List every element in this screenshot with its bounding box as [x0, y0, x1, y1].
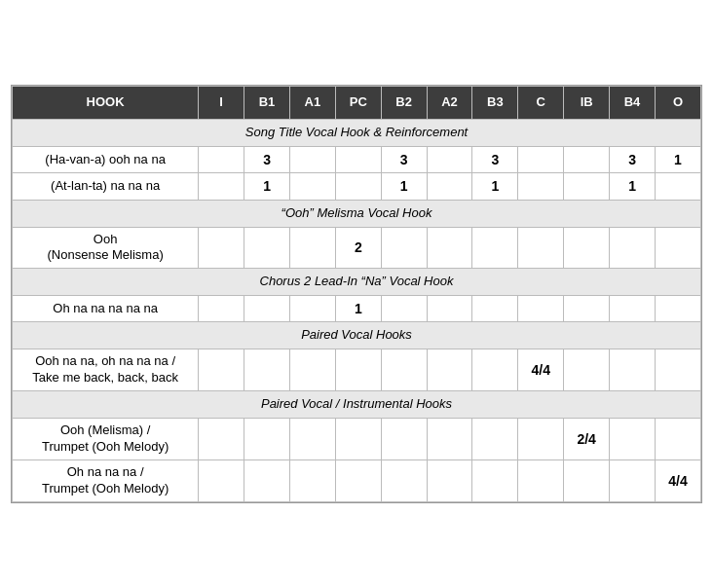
row-label: (At-lan-ta) na na na [13, 173, 199, 200]
cell-b4: 3 [610, 147, 656, 173]
cell-b2 [381, 227, 427, 269]
cell-a2 [427, 147, 472, 173]
section-title-4: Paired Vocal / Instrumental Hooks [13, 391, 701, 419]
header-col-b3: B3 [472, 87, 518, 120]
cell-a1 [289, 147, 335, 173]
cell-ib: 2/4 [564, 418, 610, 459]
cell-a2 [427, 173, 472, 200]
cell-a1 [289, 296, 335, 322]
table-row: Oh na na na na na1 [13, 296, 701, 322]
cell-b4 [610, 296, 656, 322]
cell-i [199, 418, 244, 459]
cell-o [655, 349, 700, 391]
section-title-1: “Ooh” Melisma Vocal Hook [13, 200, 701, 227]
cell-a1 [289, 349, 335, 391]
cell-b2 [381, 296, 427, 322]
cell-b4: 1 [610, 173, 656, 200]
cell-b2 [381, 418, 427, 459]
cell-c: 4/4 [518, 349, 564, 391]
cell-b1: 1 [244, 173, 290, 200]
header-col-pc: PC [335, 87, 381, 120]
cell-o [655, 418, 700, 459]
cell-b4 [610, 418, 656, 459]
cell-b3: 3 [472, 147, 518, 173]
main-table-wrapper: HOOKIB1A1PCB2A2B3CIBB4O Song Title Vocal… [11, 85, 702, 502]
section-header-2: Chorus 2 Lead-In “Na” Vocal Hook [13, 269, 701, 296]
cell-a1 [289, 418, 335, 459]
section-header-3: Paired Vocal Hooks [13, 322, 701, 349]
cell-o: 1 [655, 147, 700, 173]
cell-i [199, 147, 244, 173]
cell-c [518, 147, 564, 173]
table-row: Ooh na na, oh na na na /Take me back, ba… [13, 349, 701, 391]
header-col-i: I [199, 87, 244, 120]
cell-pc: 2 [335, 227, 381, 269]
cell-b4 [610, 459, 656, 501]
cell-a1 [289, 227, 335, 269]
cell-b1 [244, 227, 290, 269]
cell-b1 [244, 296, 290, 322]
section-header-4: Paired Vocal / Instrumental Hooks [13, 391, 701, 419]
section-header-0: Song Title Vocal Hook & Reinforcement [13, 120, 701, 147]
table-row: Ooh (Melisma) /Trumpet (Ooh Melody)2/4 [13, 418, 701, 459]
cell-c [518, 459, 564, 501]
header-col-ib: IB [564, 87, 610, 120]
header-col-b2: B2 [381, 87, 427, 120]
row-label: Ooh na na, oh na na na /Take me back, ba… [13, 349, 199, 391]
cell-ib [564, 459, 610, 501]
cell-a2 [427, 459, 472, 501]
row-label: Ooh(Nonsense Melisma) [13, 227, 199, 269]
cell-i [199, 173, 244, 200]
cell-b2: 1 [381, 173, 427, 200]
cell-b1 [244, 459, 290, 501]
cell-o [655, 296, 700, 322]
cell-a1 [289, 459, 335, 501]
hook-table: HOOKIB1A1PCB2A2B3CIBB4O Song Title Vocal… [12, 86, 701, 501]
cell-b3 [472, 227, 518, 269]
cell-b3 [472, 349, 518, 391]
cell-pc [335, 349, 381, 391]
cell-c [518, 227, 564, 269]
header-col-a2: A2 [427, 87, 472, 120]
cell-pc [335, 418, 381, 459]
table-row: Ooh(Nonsense Melisma)2 [13, 227, 701, 269]
cell-b4 [610, 349, 656, 391]
cell-a2 [427, 227, 472, 269]
cell-o: 4/4 [655, 459, 700, 501]
cell-b1 [244, 349, 290, 391]
cell-ib [564, 147, 610, 173]
cell-o [655, 173, 700, 200]
header-col-o: O [655, 87, 700, 120]
cell-pc [335, 147, 381, 173]
cell-a2 [427, 349, 472, 391]
header-row: HOOKIB1A1PCB2A2B3CIBB4O [13, 87, 701, 120]
header-col-b4: B4 [610, 87, 656, 120]
table-row: Oh na na na /Trumpet (Ooh Melody)4/4 [13, 459, 701, 501]
cell-b1 [244, 418, 290, 459]
cell-pc: 1 [335, 296, 381, 322]
header-col-b1: B1 [244, 87, 290, 120]
cell-i [199, 349, 244, 391]
cell-pc [335, 459, 381, 501]
cell-c [518, 173, 564, 200]
section-title-0: Song Title Vocal Hook & Reinforcement [13, 120, 701, 147]
section-header-1: “Ooh” Melisma Vocal Hook [13, 200, 701, 227]
cell-a2 [427, 418, 472, 459]
cell-c [518, 296, 564, 322]
cell-b3 [472, 418, 518, 459]
cell-b3 [472, 459, 518, 501]
header-col-c: C [518, 87, 564, 120]
cell-i [199, 296, 244, 322]
cell-b2 [381, 459, 427, 501]
cell-b2: 3 [381, 147, 427, 173]
table-row: (At-lan-ta) na na na1111 [13, 173, 701, 200]
cell-c [518, 418, 564, 459]
cell-ib [564, 227, 610, 269]
cell-i [199, 459, 244, 501]
row-label: (Ha-van-a) ooh na na [13, 147, 199, 173]
table-row: (Ha-van-a) ooh na na33331 [13, 147, 701, 173]
header-col-hook: HOOK [13, 87, 199, 120]
cell-ib [564, 349, 610, 391]
section-title-2: Chorus 2 Lead-In “Na” Vocal Hook [13, 269, 701, 296]
cell-a1 [289, 173, 335, 200]
